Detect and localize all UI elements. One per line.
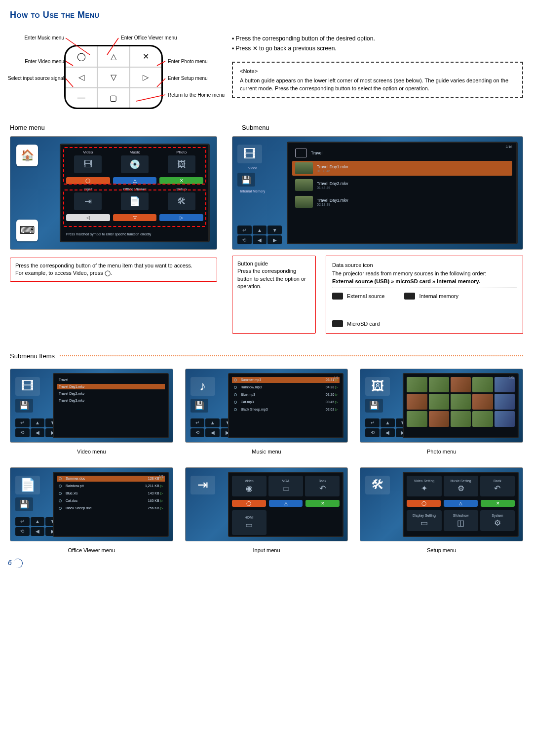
photo-grid — [407, 377, 515, 427]
guide-left[interactable]: ◀ — [253, 235, 267, 244]
label-input: Select input source signal — [8, 76, 64, 81]
guide-annotation: Button guide Press the corresponding but… — [232, 256, 316, 334]
remote-blank — [130, 88, 161, 108]
internal-icon — [404, 293, 415, 300]
doc-icon: 📄 — [15, 476, 40, 494]
home-menu-label: Home menu — [10, 124, 217, 131]
input-icon: ⇥ — [190, 476, 215, 494]
remote-btn-up[interactable]: △ — [98, 46, 130, 67]
remote-diagram: Enter Music menu Enter Office Viewer men… — [10, 35, 217, 109]
setup-mini: 🛠 Video Setting✦ Music Setting⚙ Back↶ ◯△… — [360, 467, 523, 541]
remote-btn-circle[interactable]: ◯ — [66, 46, 98, 67]
cap-photo: Photo menu — [427, 449, 456, 454]
guide-enter[interactable]: ↵ — [237, 226, 252, 234]
mid-row: 🏠 ⌨ Video🎞 Music💿 Photo🖼 ◯△✕ Input⇥ Offi… — [10, 136, 523, 334]
dashed-highlight-1 — [63, 147, 206, 185]
divider — [332, 288, 517, 288]
bullet-1: Press the corresponding button of the de… — [232, 35, 523, 42]
video-big-icon: 🎞 — [237, 145, 262, 163]
microsd-icon — [332, 320, 343, 327]
music-mini: ♪💾 ↵▲▼⟲◀▶ 1/1 Summer.mp303:31 ▷ Rainbow.… — [185, 369, 348, 443]
submenu-items-title: Submenu Items — [10, 352, 55, 360]
thumbnail — [295, 162, 313, 174]
item-1[interactable]: Travel Day1.mkv01:30:46 — [292, 161, 512, 176]
note-title: <Note> — [240, 68, 258, 74]
remote-icon: ⌨ — [16, 220, 38, 241]
mini-side: 🎞 💾 — [15, 377, 46, 413]
thumbnail — [295, 179, 313, 191]
input-mini: ⇥ Video◉ VGA▭ Back↶ ◯△✕ HDMI▭ — [185, 467, 348, 541]
home-icon: 🏠 — [16, 145, 38, 166]
photo-mini: 🖼💾 ↵▲▼⟲◀▶ 1/3 — [360, 369, 523, 443]
guide-source[interactable]: ⟲ — [237, 235, 252, 244]
cap-office: Office Viewer menu — [68, 547, 115, 553]
submenu-screenshot: 🎞 Video 💾 Internal Memory ↵▲▼ ⟲◀▶ 2/16 T… — [232, 136, 523, 250]
source-icon: 💾 — [15, 399, 33, 413]
guide-right[interactable]: ▶ — [267, 235, 282, 244]
page-title: How to Use the Menu — [10, 10, 523, 20]
dashed-highlight-2 — [63, 189, 206, 227]
folder-icon — [295, 149, 307, 157]
remote-btn-left[interactable]: ◁ — [66, 68, 98, 87]
remote-control: ◯ △ ✕ ◁ ▽ ▷ — ▢ — [64, 45, 163, 109]
remote-btn-minus[interactable]: — — [66, 88, 98, 108]
page-number: 6 — [8, 559, 23, 568]
remote-btn-home[interactable]: ▢ — [98, 88, 130, 108]
photo-icon: 🖼 — [365, 377, 390, 396]
submenu-label: Submenu — [242, 124, 269, 131]
datasource-box: Data source icon The projector reads fro… — [326, 256, 523, 334]
submenu-side: 🎞 Video 💾 Internal Memory — [237, 145, 268, 193]
label-office: Enter Office Viewer menu — [121, 35, 177, 40]
button-guide: ↵▲▼ ⟲◀▶ — [237, 226, 282, 244]
top-instructions: Press the corresponding button of the de… — [232, 35, 523, 109]
submenu-frame: 2/16 Travel Travel Day1.mkv01:30:46 Trav… — [287, 142, 518, 244]
cap-input: Input menu — [253, 547, 280, 553]
folder-row[interactable]: Travel — [292, 147, 512, 159]
office-mini: 📄💾 ↵▲▼⟲◀▶ 1/1 Summer.doc128 KB ▷ Rainbow… — [10, 467, 173, 541]
source-icon-small: 💾 — [237, 173, 255, 187]
source-label: Internal Memory — [237, 189, 268, 193]
ds-body: The projector reads from memory sources … — [332, 269, 517, 278]
ds-order: External source (USB) » microSD card » i… — [332, 277, 517, 286]
remote-btn-x[interactable]: ✕ — [130, 46, 161, 67]
page-indicator: 2/16 — [505, 145, 512, 149]
cap-setup: Setup menu — [427, 547, 456, 553]
label-music: Enter Music menu — [24, 35, 64, 40]
label-photo: Enter Photo menu — [168, 59, 208, 64]
music-icon: ♪ — [190, 377, 215, 396]
setup-icon: 🛠 — [365, 476, 390, 494]
cap-video: Video menu — [77, 449, 106, 454]
label-video: Enter Video menu — [25, 59, 64, 64]
remote-btn-right[interactable]: ▷ — [130, 68, 161, 87]
usb-icon — [332, 293, 343, 300]
guide-down[interactable]: ▼ — [267, 226, 282, 234]
video-mini: 🎞 💾 ↵▲▼ ⟲◀▶ Travel Travel Day1.mkv Trave… — [10, 369, 173, 443]
item-3[interactable]: Travel Day3.mkv02:13:39 — [292, 194, 512, 209]
ds-title: Data source icon — [332, 261, 517, 269]
cap-music: Music menu — [252, 449, 281, 454]
note-body: A button guide appears on the lower left… — [240, 77, 515, 92]
thumbnail — [295, 196, 313, 208]
hint-text: Press matched symbol to enter specific f… — [66, 232, 203, 236]
page: How to Use the Menu Enter Music menu Ent… — [0, 0, 533, 573]
home-screenshot: 🏠 ⌨ Video🎞 Music💿 Photo🖼 ◯△✕ Input⇥ Offi… — [10, 136, 217, 250]
home-annotation: Press the corresponding button of the me… — [10, 258, 217, 282]
guide-up[interactable]: ▲ — [253, 226, 267, 234]
remote-btn-down[interactable]: ▽ — [98, 68, 130, 87]
category-label: Video — [237, 166, 268, 170]
video-icon: 🎞 — [15, 377, 40, 396]
item-2[interactable]: Travel Day2.mkv01:43:49 — [292, 178, 512, 192]
home-frame: Video🎞 Music💿 Photo🖼 ◯△✕ Input⇥ Office V… — [60, 144, 210, 242]
label-home: Return to the Home menu — [168, 92, 225, 98]
top-section: Enter Music menu Enter Office Viewer men… — [10, 35, 523, 109]
bullet-2: Press ✕ to go back a previous screen. — [232, 45, 523, 52]
label-setup: Enter Setup menu — [168, 76, 208, 81]
note-box: <Note> A button guide appears on the low… — [232, 62, 523, 98]
dotted-line — [60, 355, 523, 356]
